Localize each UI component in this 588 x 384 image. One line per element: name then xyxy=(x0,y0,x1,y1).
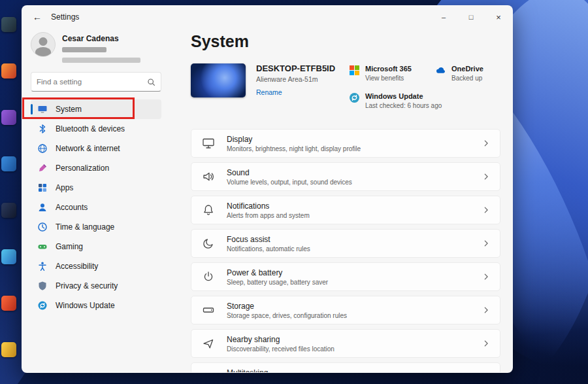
desktop-shortcut-icon[interactable] xyxy=(1,342,16,357)
search-input[interactable] xyxy=(37,78,147,86)
row-label: Multitasking xyxy=(227,368,343,373)
sidebar-item-windows-update[interactable]: Windows Update xyxy=(31,296,161,315)
row-multitasking[interactable]: Multitasking Snap windows, desktops, tas… xyxy=(191,362,500,372)
chevron-right-icon xyxy=(482,205,491,215)
sidebar-item-apps[interactable]: Apps xyxy=(31,178,161,198)
microsoft-365-card[interactable]: Microsoft 365 View benefits xyxy=(349,65,426,82)
search-box[interactable] xyxy=(31,72,161,92)
sidebar-item-label: Network & internet xyxy=(56,144,120,153)
row-storage[interactable]: Storage Storage space, drives, configura… xyxy=(191,296,500,324)
sidebar-item-system[interactable]: System xyxy=(31,99,161,119)
chevron-right-icon xyxy=(482,172,491,181)
sidebar-item-personalization[interactable]: Personalization xyxy=(31,158,161,178)
sidebar-item-gaming[interactable]: Gaming xyxy=(31,237,161,256)
row-description: Sleep, battery usage, battery saver xyxy=(227,279,328,286)
sidebar-item-bluetooth-devices[interactable]: Bluetooth & devices xyxy=(31,119,161,139)
time-language-icon xyxy=(37,222,48,232)
sidebar-item-accessibility[interactable]: Accessibility xyxy=(31,256,161,276)
onedrive-card[interactable]: OneDrive Backed up xyxy=(435,65,500,82)
chevron-right-icon xyxy=(482,339,491,348)
minimize-button[interactable]: – xyxy=(430,6,457,28)
status-subtitle: View benefits xyxy=(365,75,412,82)
close-icon: × xyxy=(496,12,501,22)
window-title: Settings xyxy=(51,12,79,22)
sidebar-item-label: Windows Update xyxy=(56,301,115,310)
user-account-section[interactable]: Cesar Cadenas xyxy=(31,32,161,63)
multitasking-windows-icon xyxy=(202,370,215,372)
status-text: Microsoft 365 View benefits xyxy=(365,65,412,82)
sidebar-item-label: Accessibility xyxy=(56,262,98,271)
page-title: System xyxy=(191,32,500,53)
user-meta: Cesar Cadenas xyxy=(62,32,140,63)
desktop-shortcut-icon[interactable] xyxy=(1,249,16,264)
row-label: Storage xyxy=(227,302,347,311)
status-text: OneDrive Backed up xyxy=(451,65,483,82)
settings-sidebar: Cesar Cadenas System xyxy=(22,28,170,372)
row-label: Focus assist xyxy=(227,235,310,244)
desktop-shortcut-icon[interactable] xyxy=(1,17,16,32)
row-nearby-sharing[interactable]: Nearby sharing Discoverability, received… xyxy=(191,329,500,358)
row-power-battery[interactable]: Power & battery Sleep, battery usage, ba… xyxy=(191,262,500,291)
titlebar: ← Settings – □ × xyxy=(22,6,512,28)
device-header: DESKTOP-ETFB5ID Alienware Area-51m Renam… xyxy=(191,63,500,109)
row-notifications[interactable]: Notifications Alerts from apps and syste… xyxy=(191,196,500,224)
row-focus-assist[interactable]: Focus assist Notifications, automatic ru… xyxy=(191,229,500,258)
windows-update-icon xyxy=(37,300,48,311)
bluetooth-icon xyxy=(37,124,48,134)
sidebar-item-privacy-security[interactable]: Privacy & security xyxy=(31,276,161,296)
active-accent-bar xyxy=(31,104,33,114)
sidebar-item-time-language[interactable]: Time & language xyxy=(31,217,161,237)
avatar-person-icon xyxy=(35,47,51,57)
avatar xyxy=(31,32,56,57)
row-description: Volume levels, output, input, sound devi… xyxy=(227,179,352,186)
row-text: Storage Storage space, drives, configura… xyxy=(227,302,347,319)
row-text: Multitasking Snap windows, desktops, tas… xyxy=(227,368,343,373)
rename-link[interactable]: Rename xyxy=(256,88,282,96)
accounts-icon xyxy=(37,202,48,213)
status-title: OneDrive xyxy=(451,65,483,73)
network-icon xyxy=(37,143,48,154)
desktop-shortcut-icon[interactable] xyxy=(1,63,16,79)
redacted-email-bar xyxy=(62,47,106,52)
row-display[interactable]: Display Monitors, brightness, night ligh… xyxy=(191,129,500,158)
sidebar-item-label: Personalization xyxy=(56,164,109,173)
desktop-icon-column xyxy=(1,17,21,357)
windows-update-status-icon xyxy=(349,92,360,103)
row-description: Storage space, drives, configuration rul… xyxy=(227,312,347,319)
microsoft-365-icon xyxy=(349,65,360,76)
device-model: Alienware Area-51m xyxy=(256,75,335,83)
row-label: Sound xyxy=(227,168,352,177)
status-card-grid: Microsoft 365 View benefits OneDrive Bac… xyxy=(349,63,500,109)
sidebar-item-label: Bluetooth & devices xyxy=(56,124,125,133)
system-page: System DESKTOP-ETFB5ID Alienware Area-51… xyxy=(170,28,512,372)
back-button[interactable]: ← xyxy=(26,8,48,26)
row-text: Nearby sharing Discoverability, received… xyxy=(227,335,335,353)
sidebar-item-accounts[interactable]: Accounts xyxy=(31,198,161,217)
windows-update-card[interactable]: Windows Update Last checked: 6 hours ago xyxy=(349,92,426,109)
desktop-shortcut-icon[interactable] xyxy=(1,110,16,125)
status-subtitle: Backed up xyxy=(451,75,483,82)
maximize-button[interactable]: □ xyxy=(457,6,485,28)
sidebar-item-label: Gaming xyxy=(56,242,83,251)
sound-icon xyxy=(202,170,215,183)
row-text: Display Monitors, brightness, night ligh… xyxy=(227,135,361,152)
redacted-account-bar xyxy=(62,58,140,63)
row-sound[interactable]: Sound Volume levels, output, input, soun… xyxy=(191,162,500,191)
row-description: Notifications, automatic rules xyxy=(227,245,310,253)
chevron-right-icon xyxy=(482,139,491,148)
row-label: Notifications xyxy=(227,201,310,211)
sidebar-item-network-internet[interactable]: Network & internet xyxy=(31,139,161,158)
row-description: Discoverability, received files location xyxy=(227,345,335,353)
desktop-shortcut-icon[interactable] xyxy=(1,203,16,218)
back-icon: ← xyxy=(33,12,42,22)
desktop-shortcut-icon[interactable] xyxy=(1,156,16,171)
search-icon xyxy=(147,78,155,86)
system-icon xyxy=(37,104,48,114)
power-icon xyxy=(202,270,215,283)
desktop-shortcut-icon[interactable] xyxy=(1,296,16,311)
close-button[interactable]: × xyxy=(485,6,512,28)
status-subtitle: Last checked: 6 hours ago xyxy=(365,102,442,109)
accessibility-icon xyxy=(37,261,48,271)
chevron-right-icon xyxy=(482,305,491,315)
gaming-icon xyxy=(37,241,48,252)
